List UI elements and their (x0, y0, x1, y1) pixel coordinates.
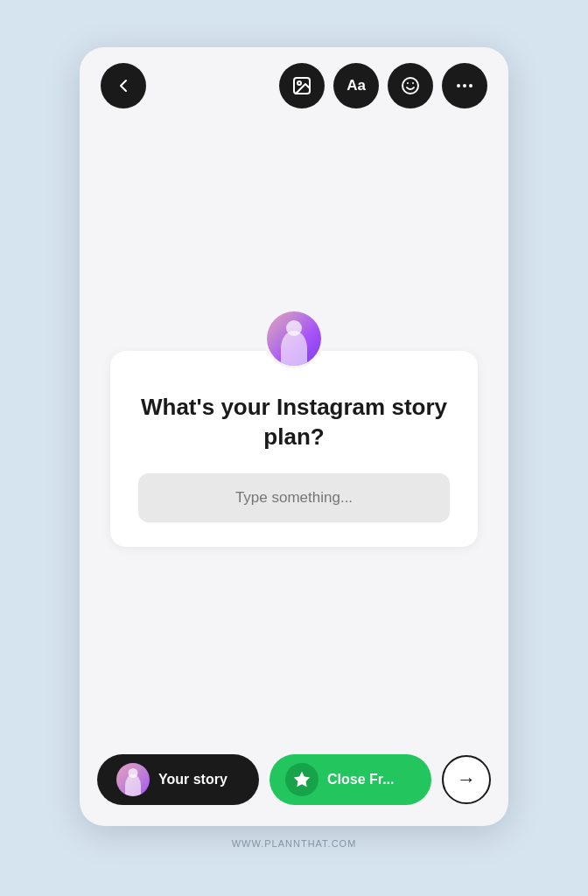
svg-point-1 (298, 81, 301, 85)
svg-point-2 (402, 78, 418, 94)
star-icon (292, 770, 312, 789)
answer-input[interactable] (138, 473, 450, 522)
footer-url: WWW.PLANNTHAT.COM (232, 838, 357, 849)
top-bar: Aa (80, 47, 508, 117)
main-content: What's your Instagram story plan? (80, 117, 508, 738)
phone-frame: Aa What's (80, 47, 508, 826)
sticker-icon (400, 75, 421, 96)
close-friends-button[interactable]: Close Fr... (270, 754, 431, 805)
question-card: What's your Instagram story plan? (110, 351, 478, 547)
svg-marker-8 (294, 772, 310, 787)
avatar (264, 309, 324, 368)
question-text: What's your Instagram story plan? (138, 393, 450, 452)
avatar-image (267, 312, 321, 366)
media-icon (291, 75, 312, 96)
close-friends-label: Close Fr... (327, 772, 394, 788)
text-button[interactable]: Aa (333, 63, 379, 108)
back-button[interactable] (101, 63, 146, 108)
svg-point-7 (470, 85, 472, 87)
chevron-left-icon (113, 75, 134, 96)
svg-point-6 (464, 85, 466, 87)
more-button[interactable] (442, 63, 487, 108)
your-story-avatar (116, 763, 150, 796)
arrow-icon: → (457, 768, 476, 791)
your-story-label: Your story (158, 772, 228, 788)
svg-point-5 (458, 85, 459, 87)
media-button[interactable] (279, 63, 325, 108)
next-button[interactable]: → (442, 755, 491, 804)
close-friends-icon (285, 763, 318, 796)
your-story-button[interactable]: Your story (97, 754, 259, 805)
bottom-bar: Your story Close Fr... → (80, 738, 508, 826)
ellipsis-icon (454, 75, 475, 96)
top-right-actions: Aa (279, 63, 487, 108)
sticker-button[interactable] (388, 63, 433, 108)
your-story-avatar-image (116, 763, 150, 796)
text-icon-label: Aa (346, 77, 366, 94)
